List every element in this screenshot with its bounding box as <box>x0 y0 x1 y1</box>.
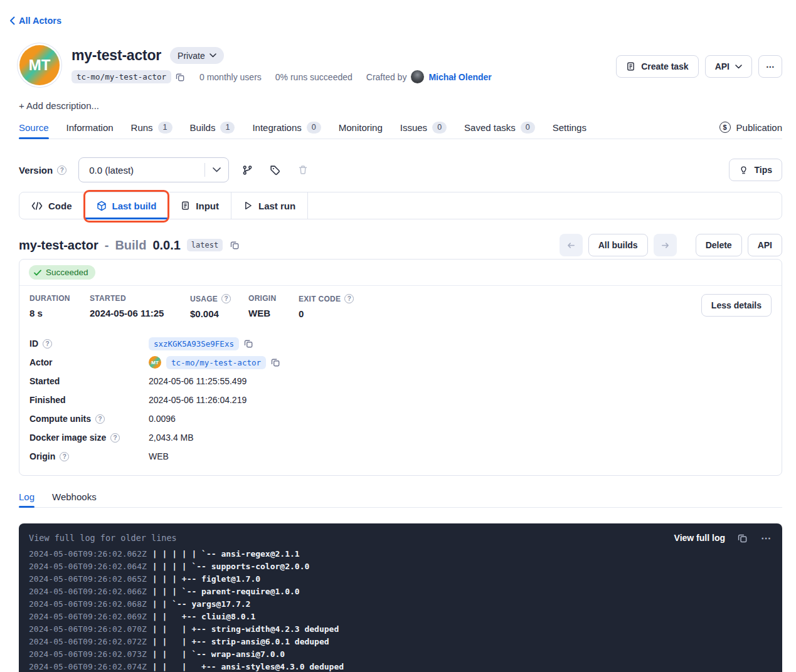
tab-input[interactable]: Input <box>169 192 231 219</box>
log-timestamp: 2024-05-06T09:26:02.062Z <box>29 549 147 559</box>
nav-tab[interactable]: Monitoring <box>339 116 383 139</box>
tab-input-label: Input <box>196 201 219 211</box>
create-task-button[interactable]: Create task <box>616 55 699 78</box>
tab-last-build[interactable]: Last build <box>85 192 169 219</box>
select-divider <box>204 163 205 177</box>
add-description-link[interactable]: + Add description... <box>19 100 99 111</box>
help-icon[interactable]: ? <box>57 165 66 175</box>
less-details-button[interactable]: Less details <box>701 294 772 317</box>
help-icon[interactable]: ? <box>221 294 231 303</box>
nav-tab[interactable]: Runs 1 <box>131 116 172 139</box>
build-id-pill[interactable]: sxzKGK5A93Se9FExs <box>149 337 239 350</box>
page-title: my-test-actor <box>72 47 161 64</box>
actor-id-pill[interactable]: tc-mo/my-test-actor <box>72 70 171 83</box>
help-icon[interactable]: ? <box>110 433 120 443</box>
build-title-actor: my-test-actor <box>19 238 98 253</box>
nav-tab[interactable]: Settings <box>553 116 586 139</box>
api-dropdown-button[interactable]: API <box>705 55 752 78</box>
version-select[interactable]: 0.0 (latest) <box>78 157 229 182</box>
tag-icon[interactable] <box>265 160 285 181</box>
detail-row: Docker image size ? 2,043.4 MB <box>29 428 772 447</box>
tab-last-run[interactable]: Last run <box>231 192 308 219</box>
copy-icon[interactable] <box>270 357 281 368</box>
arrow-right-icon <box>661 241 670 250</box>
help-icon[interactable]: ? <box>43 339 52 349</box>
author-link[interactable]: Michał Olender <box>428 72 491 82</box>
source-subtabs: Code Last build Input Last run <box>19 192 782 219</box>
nav-tab[interactable]: Integrations 0 <box>252 116 321 139</box>
nav-tab-label: Runs <box>131 122 153 133</box>
view-full-log-button[interactable]: View full log <box>674 533 725 543</box>
log-line: 2024-05-06T09:26:02.073Z| | | `-- wrap-a… <box>29 648 772 661</box>
help-icon[interactable]: ? <box>344 294 354 303</box>
all-builds-button[interactable]: All builds <box>588 234 648 256</box>
stat-value: WEB <box>248 308 299 318</box>
build-stat: STARTED 2024-05-06 11:25 <box>90 294 190 319</box>
nav-tab[interactable]: Saved tasks 0 <box>464 116 535 139</box>
actor-link-pill[interactable]: tc-mo/my-test-actor <box>166 356 266 369</box>
build-title-word: Build <box>115 238 146 253</box>
detail-row-actor: Actor MT tc-mo/my-test-actor <box>29 353 772 372</box>
nav-tab-count-badge: 0 <box>521 122 535 134</box>
previous-build-button[interactable] <box>560 234 583 256</box>
tab-code-label: Code <box>48 201 72 211</box>
log-message: | | | +-- string-width@4.2.3 deduped <box>152 624 339 634</box>
latest-badge: latest <box>187 239 223 251</box>
stat-value: 8 s <box>29 308 90 318</box>
play-icon <box>243 201 253 211</box>
nav-tab-list: Source Information Runs 1 Builds <box>19 116 586 139</box>
copy-icon[interactable] <box>174 71 186 83</box>
copy-icon[interactable] <box>243 338 254 349</box>
log-tab-label: Webhooks <box>52 491 97 502</box>
git-branch-icon[interactable] <box>237 160 258 181</box>
log-tab[interactable]: Webhooks <box>52 486 97 507</box>
api-label: API <box>715 61 730 71</box>
nav-tab-count-badge: 1 <box>158 122 172 134</box>
detail-label: Docker image size <box>29 433 106 443</box>
detail-label: Origin <box>29 451 55 461</box>
help-icon[interactable]: ? <box>95 414 105 424</box>
publication-link[interactable]: $ Publication <box>719 116 782 139</box>
help-icon[interactable]: ? <box>60 452 69 461</box>
log-message: | | | +-- ansi-styles@4.3.0 deduped <box>152 662 344 671</box>
lightbulb-icon <box>739 165 748 175</box>
log-timestamp: 2024-05-06T09:26:02.065Z <box>29 574 147 584</box>
tab-last-build-label: Last build <box>112 201 157 211</box>
log-line: 2024-05-06T09:26:02.064Z| | | | `-- supp… <box>29 560 772 573</box>
detail-label: Started <box>29 376 60 386</box>
breadcrumb-all-actors[interactable]: All Actors <box>0 0 61 26</box>
older-lines-link[interactable]: View full log for older lines <box>29 533 177 543</box>
detail-row: Started 2024-05-06 11:25:55.499 <box>29 372 772 391</box>
stat-label: EXIT CODE <box>299 295 341 303</box>
build-title-dash: - <box>105 238 109 253</box>
build-detail-rows: ID ? sxzKGK5A93Se9FExs Actor <box>19 331 782 475</box>
nav-tab[interactable]: Issues 0 <box>400 116 447 139</box>
tips-button[interactable]: Tips <box>729 159 782 181</box>
code-brackets-icon <box>31 202 43 210</box>
more-actions-button[interactable]: ⋯ <box>758 55 782 78</box>
delete-build-button[interactable]: Delete <box>696 234 742 256</box>
build-api-button[interactable]: API <box>748 234 782 256</box>
log-message: | | | | | `-- ansi-regex@2.1.1 <box>152 549 300 559</box>
stat-label: USAGE <box>190 295 218 303</box>
next-build-button[interactable] <box>654 234 677 256</box>
log-tab[interactable]: Log <box>19 486 34 507</box>
privacy-dropdown[interactable]: Private <box>170 47 224 64</box>
log-line: 2024-05-06T09:26:02.065Z| | | +-- figlet… <box>29 573 772 585</box>
tab-code[interactable]: Code <box>19 192 85 219</box>
copy-icon[interactable] <box>736 532 748 544</box>
ellipsis-icon[interactable]: ⋯ <box>760 531 772 545</box>
log-line: 2024-05-06T09:26:02.062Z| | | | | `-- an… <box>29 548 772 560</box>
tab-last-run-label: Last run <box>258 201 295 211</box>
nav-tab[interactable]: Builds 1 <box>190 116 235 139</box>
actor-header: MT my-test-actor Private tc-mo/my-test-a… <box>19 45 782 85</box>
trash-icon[interactable] <box>292 160 313 181</box>
nav-tab[interactable]: Source <box>19 116 49 139</box>
privacy-label: Private <box>178 51 205 61</box>
log-line: 2024-05-06T09:26:02.069Z| | +-- cliui@8.… <box>29 611 772 623</box>
version-bar: Version ? 0.0 (latest) <box>19 157 782 182</box>
nav-tab[interactable]: Information <box>66 116 114 139</box>
document-icon <box>626 61 635 71</box>
copy-icon[interactable] <box>229 239 240 251</box>
log-line: 2024-05-06T09:26:02.066Z| | | `-- parent… <box>29 585 772 598</box>
